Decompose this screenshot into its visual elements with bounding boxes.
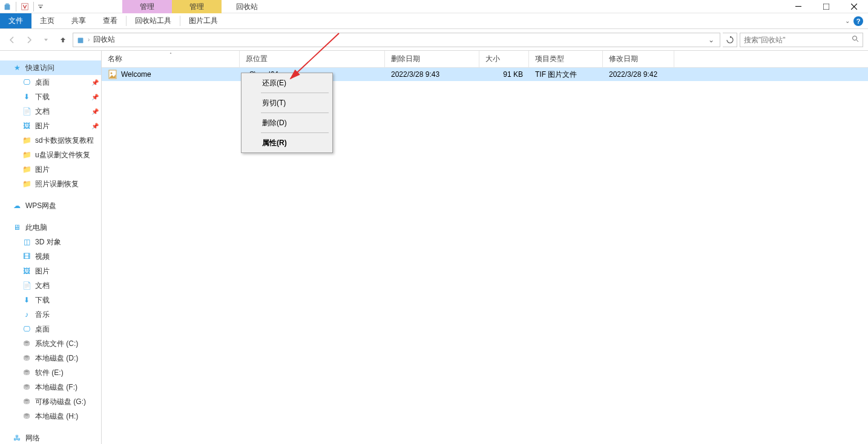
sidebar-item-pictures[interactable]: 🖼 图片 bbox=[0, 264, 101, 278]
ribbon-tab-recycle-tools[interactable]: 回收站工具 bbox=[127, 13, 180, 28]
sidebar-item-folder[interactable]: 📁 照片误删恢复 bbox=[0, 177, 101, 191]
sidebar-item-folder[interactable]: 📁 u盘误删文件恢复 bbox=[0, 148, 101, 162]
svg-point-7 bbox=[853, 36, 857, 41]
sidebar-item-videos[interactable]: 🎞 视频 bbox=[0, 249, 101, 264]
recent-dropdown-icon[interactable] bbox=[39, 33, 53, 47]
recycle-bin-icon[interactable] bbox=[2, 2, 12, 11]
ribbon-tab-share[interactable]: 共享 bbox=[63, 13, 94, 28]
sidebar-item-desktop[interactable]: 🖵 桌面 bbox=[0, 322, 101, 336]
address-bar[interactable]: › 回收站 ⌄ bbox=[73, 33, 720, 47]
sidebar-wps[interactable]: ☁ WPS网盘 bbox=[0, 198, 101, 213]
column-headers: 名称 ˄ 原位置 删除日期 大小 项目类型 修改日期 bbox=[102, 51, 868, 68]
cloud-icon: ☁ bbox=[12, 201, 22, 211]
sidebar-item-label: 3D 对象 bbox=[35, 237, 101, 247]
context-menu-cut[interactable]: 剪切(T) bbox=[243, 94, 331, 111]
sidebar-item-drive-c[interactable]: ⛃ 系统文件 (C:) bbox=[0, 336, 101, 351]
sidebar-item-drive-f[interactable]: ⛃ 本地磁盘 (F:) bbox=[0, 380, 101, 394]
forward-button[interactable] bbox=[22, 33, 36, 47]
column-header-item-type[interactable]: 项目类型 bbox=[529, 51, 603, 67]
pin-icon: 📌 bbox=[91, 123, 99, 129]
ribbon-tab-view[interactable]: 查看 bbox=[94, 13, 126, 28]
pin-icon: 📌 bbox=[91, 94, 99, 100]
sidebar-item-folder[interactable]: 📁 图片 bbox=[0, 162, 101, 177]
search-icon[interactable] bbox=[852, 35, 859, 44]
breadcrumb-segment[interactable]: 回收站 bbox=[92, 34, 116, 45]
sidebar-item-label: 系统文件 (C:) bbox=[35, 339, 101, 349]
address-dropdown-icon[interactable]: ⌄ bbox=[705, 36, 717, 44]
contextual-tabs: 管理 管理 bbox=[122, 0, 222, 13]
3d-icon: ◫ bbox=[22, 237, 31, 247]
cell-date-modified: 2022/3/28 9:42 bbox=[603, 70, 674, 79]
sidebar-item-documents[interactable]: 📄 文档 bbox=[0, 278, 101, 293]
sidebar-this-pc[interactable]: 🖥 此电脑 bbox=[0, 220, 101, 235]
sidebar-item-desktop[interactable]: 🖵 桌面 📌 bbox=[0, 75, 101, 90]
chevron-right-icon[interactable]: › bbox=[88, 36, 90, 43]
sidebar-item-folder[interactable]: 📁 sd卡数据恢复教程 bbox=[0, 133, 101, 148]
up-button[interactable] bbox=[56, 33, 70, 47]
tif-file-icon bbox=[108, 70, 117, 79]
context-tab-manage-1[interactable]: 管理 bbox=[122, 0, 172, 13]
help-icon[interactable]: ? bbox=[853, 16, 863, 26]
svg-rect-3 bbox=[38, 5, 43, 5]
quick-access-toolbar bbox=[0, 2, 44, 11]
sidebar-item-label: sd卡数据恢复教程 bbox=[35, 135, 101, 146]
star-icon: ★ bbox=[12, 63, 22, 73]
sidebar-item-drive-h[interactable]: ⛃ 本地磁盘 (H:) bbox=[0, 409, 101, 423]
column-header-date-modified[interactable]: 修改日期 bbox=[603, 51, 674, 67]
drive-icon: ⛃ bbox=[22, 397, 31, 406]
column-header-size[interactable]: 大小 bbox=[479, 51, 529, 67]
ribbon: 文件 主页 共享 查看 回收站工具 图片工具 ⌄ ? bbox=[0, 13, 868, 29]
sidebar-item-3d[interactable]: ◫ 3D 对象 bbox=[0, 235, 101, 249]
desktop-icon: 🖵 bbox=[22, 77, 31, 87]
svg-rect-5 bbox=[823, 4, 829, 10]
svg-point-9 bbox=[111, 73, 113, 74]
close-button[interactable] bbox=[840, 0, 868, 13]
ribbon-tab-home[interactable]: 主页 bbox=[31, 13, 63, 28]
sidebar-item-label: 文档 bbox=[35, 106, 88, 117]
context-menu-restore[interactable]: 还原(E) bbox=[243, 74, 331, 91]
column-header-name[interactable]: 名称 ˄ bbox=[102, 51, 240, 67]
sidebar-item-label: 图片 bbox=[35, 165, 101, 175]
sidebar-item-label: 图片 bbox=[35, 266, 101, 276]
pin-icon: 📌 bbox=[91, 79, 99, 86]
back-button[interactable] bbox=[5, 33, 19, 47]
sidebar-item-drive-d[interactable]: ⛃ 本地磁盘 (D:) bbox=[0, 351, 101, 365]
ribbon-tab-picture-tools[interactable]: 图片工具 bbox=[180, 13, 226, 28]
svg-rect-1 bbox=[5, 3, 8, 4]
file-tab[interactable]: 文件 bbox=[0, 13, 31, 28]
properties-icon[interactable] bbox=[20, 2, 30, 11]
picture-icon: 🖼 bbox=[22, 266, 31, 276]
refresh-button[interactable] bbox=[723, 33, 737, 47]
column-header-original-location[interactable]: 原位置 bbox=[240, 51, 385, 67]
maximize-button[interactable] bbox=[812, 0, 840, 13]
table-row[interactable]: Welcome xS\amd64_... 2022/3/28 9:43 91 K… bbox=[102, 68, 868, 81]
sidebar-item-label: 下载 bbox=[35, 92, 88, 102]
search-box[interactable] bbox=[740, 33, 863, 47]
sidebar-item-label: 此电脑 bbox=[25, 223, 101, 233]
navigation-pane: ★ 快速访问 🖵 桌面 📌 ⬇ 下载 📌 📄 文档 📌 🖼 图片 � bbox=[0, 51, 102, 444]
separator bbox=[261, 113, 329, 113]
sidebar-item-drive-e[interactable]: ⛃ 软件 (E:) bbox=[0, 365, 101, 380]
drive-icon: ⛃ bbox=[22, 353, 31, 363]
context-menu-delete[interactable]: 删除(D) bbox=[243, 114, 331, 131]
sidebar-item-downloads[interactable]: ⬇ 下载 📌 bbox=[0, 90, 101, 104]
context-menu-properties[interactable]: 属性(R) bbox=[243, 134, 331, 151]
pin-icon: 📌 bbox=[91, 108, 99, 115]
recycle-bin-icon bbox=[76, 35, 85, 45]
sidebar-item-documents[interactable]: 📄 文档 📌 bbox=[0, 104, 101, 119]
window-title: 回收站 bbox=[236, 0, 258, 13]
search-input[interactable] bbox=[744, 36, 852, 44]
separator bbox=[33, 2, 34, 11]
sidebar-item-music[interactable]: ♪ 音乐 bbox=[0, 307, 101, 322]
context-tab-manage-2[interactable]: 管理 bbox=[172, 0, 222, 13]
sidebar-item-drive-g[interactable]: ⛃ 可移动磁盘 (G:) bbox=[0, 394, 101, 409]
qat-dropdown-icon[interactable] bbox=[38, 2, 44, 11]
column-header-date-deleted[interactable]: 删除日期 bbox=[385, 51, 479, 67]
sidebar-item-pictures[interactable]: 🖼 图片 📌 bbox=[0, 119, 101, 133]
drive-icon: ⛃ bbox=[22, 411, 31, 421]
ribbon-collapse-icon[interactable]: ⌄ bbox=[845, 18, 850, 24]
sidebar-network[interactable]: 🖧 网络 bbox=[0, 431, 101, 444]
sidebar-item-downloads[interactable]: ⬇ 下载 bbox=[0, 293, 101, 307]
minimize-button[interactable] bbox=[784, 0, 812, 13]
sidebar-quick-access[interactable]: ★ 快速访问 bbox=[0, 60, 101, 75]
